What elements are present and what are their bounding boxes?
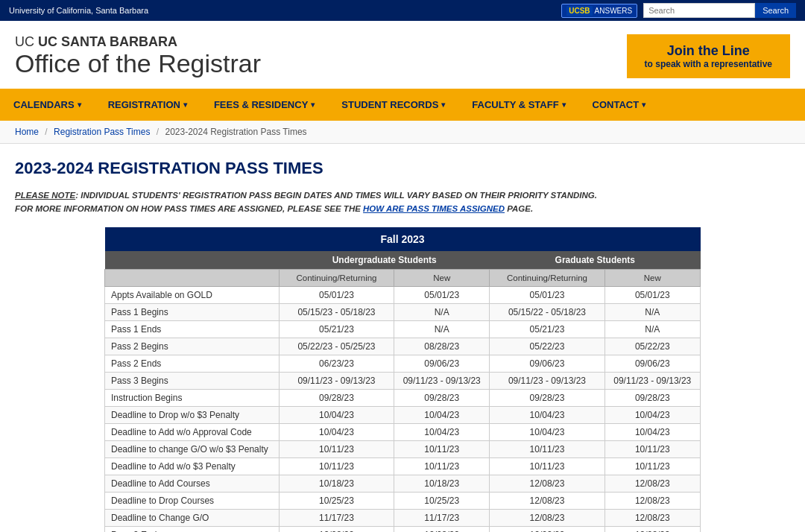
nav-calendars-label: CALENDARS [13, 99, 75, 110]
nav-faculty-staff[interactable]: FACULTY & STAFF ▾ [458, 89, 578, 121]
nav-contact[interactable]: CONTACT ▾ [579, 89, 660, 121]
nav-registration-label: REGISTRATION [108, 99, 180, 110]
data-cell: 10/04/23 [490, 407, 604, 424]
note2-text: FOR MORE INFORMATION ON HOW PASS TIMES A… [15, 204, 363, 213]
search-input[interactable] [643, 3, 755, 18]
note-text: : INDIVIDUAL STUDENTS' REGISTRATION PASS… [75, 191, 597, 200]
table-row: Deadline to Change G/O11/17/2311/17/2312… [105, 510, 701, 527]
nav-registration-arrow: ▾ [183, 101, 187, 109]
data-cell: 10/11/23 [394, 441, 489, 458]
table-row: Pass 2 Begins05/22/23 - 05/25/2308/28/23… [105, 338, 701, 355]
sub1-header: Continuing/Returning [279, 270, 394, 287]
data-cell: 05/15/23 - 05/18/23 [279, 304, 394, 321]
data-cell: 10/11/23 [490, 458, 604, 475]
table-row: Deadline to change G/O w/o $3 Penalty10/… [105, 441, 701, 458]
row-label: Instruction Begins [105, 390, 280, 407]
data-cell: 10/25/23 [279, 493, 394, 510]
sub4-header: New [604, 270, 701, 287]
data-cell: N/A [604, 321, 701, 338]
table-row: Pass 3 Begins09/11/23 - 09/13/2309/11/23… [105, 373, 701, 390]
nav-calendars[interactable]: CALENDARS ▾ [0, 89, 95, 121]
data-cell: 09/28/23 [604, 390, 701, 407]
breadcrumb: Home / Registration Pass Times / 2023-20… [0, 121, 805, 144]
note-line-1: PLEASE NOTE: INDIVIDUAL STUDENTS' REGIST… [15, 190, 790, 200]
search-button[interactable]: Search [755, 3, 796, 18]
data-cell: 10/11/23 [490, 441, 604, 458]
pass-times-link[interactable]: HOW ARE PASS TIMES ASSIGNED [363, 204, 505, 213]
table-title: Fall 2023 [105, 227, 701, 251]
data-cell: 09/28/23 [394, 390, 489, 407]
data-cell: 05/01/23 [604, 287, 701, 304]
data-cell: 12/02/23 [490, 527, 604, 533]
data-cell: 10/04/23 [604, 407, 701, 424]
table-wrapper: Fall 2023 Undergraduate Students Graduat… [15, 227, 790, 532]
data-cell: 05/21/23 [490, 321, 604, 338]
data-cell: 10/11/23 [604, 441, 701, 458]
row-label: Deadline to Change G/O [105, 510, 280, 527]
breadcrumb-home[interactable]: Home [15, 127, 39, 137]
nav-registration[interactable]: REGISTRATION ▾ [95, 89, 201, 121]
data-cell: 08/28/23 [394, 338, 489, 355]
data-cell: 12/08/23 [490, 493, 604, 510]
row-label: Deadline to Add w/o Approval Code [105, 424, 280, 441]
data-cell: 09/06/23 [394, 355, 489, 373]
row-label: Deadline to Add Courses [105, 475, 280, 493]
nav-fees-arrow: ▾ [311, 101, 315, 109]
join-line-title: Join the Line [645, 43, 772, 59]
data-cell: 05/21/23 [279, 321, 394, 338]
row-label: Pass 2 Ends [105, 355, 280, 373]
data-cell: 12/08/23 [394, 527, 489, 533]
breadcrumb-reg-pass[interactable]: Registration Pass Times [54, 127, 150, 137]
row-label: Pass 3 Ends [105, 527, 280, 533]
sub3-header: Continuing/Returning [490, 270, 604, 287]
data-cell: 10/18/23 [279, 475, 394, 493]
sub2-header: New [394, 270, 489, 287]
university-name: University of California, Santa Barbara [9, 6, 148, 15]
data-cell: 12/08/23 [604, 475, 701, 493]
data-cell: 10/11/23 [279, 458, 394, 475]
table-row: Deadline to Add w/o $3 Penalty10/11/2310… [105, 458, 701, 475]
table-row: Deadline to Add Courses10/18/2310/18/231… [105, 475, 701, 493]
group2-header: Graduate Students [490, 251, 701, 270]
sub-header-row: Continuing/Returning New Continuing/Retu… [105, 270, 701, 287]
pass-times-table: Fall 2023 Undergraduate Students Graduat… [104, 227, 701, 532]
logo-title: Office of the Registrar [15, 50, 261, 77]
data-cell: 09/28/23 [490, 390, 604, 407]
data-cell: 10/25/23 [394, 493, 489, 510]
group1-header: Undergraduate Students [279, 251, 490, 270]
row-label: Pass 2 Begins [105, 338, 280, 355]
table-row: Pass 1 Begins05/15/23 - 05/18/23N/A05/15… [105, 304, 701, 321]
table-row: Pass 1 Ends05/21/23N/A05/21/23N/A [105, 321, 701, 338]
data-cell: 05/01/23 [490, 287, 604, 304]
logo-uc-line: UC UC SANTA BARBARA [15, 34, 261, 50]
data-cell: 05/22/23 [490, 338, 604, 355]
nav-student-label: STUDENT RECORDS [341, 99, 438, 110]
table-row: Appts Available on GOLD05/01/2305/01/230… [105, 287, 701, 304]
table-row: Deadline to Add w/o Approval Code10/04/2… [105, 424, 701, 441]
table-row: Deadline to Drop w/o $3 Penalty10/04/231… [105, 407, 701, 424]
data-cell: 05/22/23 - 05/25/23 [279, 338, 394, 355]
note-line-2: FOR MORE INFORMATION ON HOW PASS TIMES A… [15, 203, 790, 214]
row-label: Pass 1 Ends [105, 321, 280, 338]
data-cell: 12/08/23 [490, 475, 604, 493]
data-cell: 09/11/23 - 09/13/23 [279, 373, 394, 390]
ucsb-answers-badge: UCSB ANSWERS [561, 4, 637, 18]
data-cell: 09/11/23 - 09/13/23 [490, 373, 604, 390]
nav-fees-label: FEES & RESIDENCY [214, 99, 308, 110]
join-line-button[interactable]: Join the Line to speak with a representa… [627, 34, 790, 78]
data-cell: 10/11/23 [604, 458, 701, 475]
nav-faculty-arrow: ▾ [562, 101, 566, 109]
data-cell: N/A [394, 304, 489, 321]
data-cell: 10/04/23 [394, 424, 489, 441]
nav-fees-residency[interactable]: FEES & RESIDENCY ▾ [201, 89, 328, 121]
nav-student-records[interactable]: STUDENT RECORDS ▾ [328, 89, 458, 121]
data-cell: 05/15/22 - 05/18/23 [490, 304, 604, 321]
nav-faculty-label: FACULTY & STAFF [472, 99, 558, 110]
data-cell: 10/18/23 [394, 475, 489, 493]
main-content: 2023-2024 REGISTRATION PASS TIMES PLEASE… [0, 144, 805, 532]
table-row: Pass 3 Ends12/08/2312/08/2312/02/2312/08… [105, 527, 701, 533]
note-section: PLEASE NOTE: INDIVIDUAL STUDENTS' REGIST… [15, 190, 790, 214]
table-body: Appts Available on GOLD05/01/2305/01/230… [105, 287, 701, 533]
data-cell: 12/08/23 [604, 493, 701, 510]
table-row: Pass 2 Ends06/23/2309/06/2309/06/2309/06… [105, 355, 701, 373]
